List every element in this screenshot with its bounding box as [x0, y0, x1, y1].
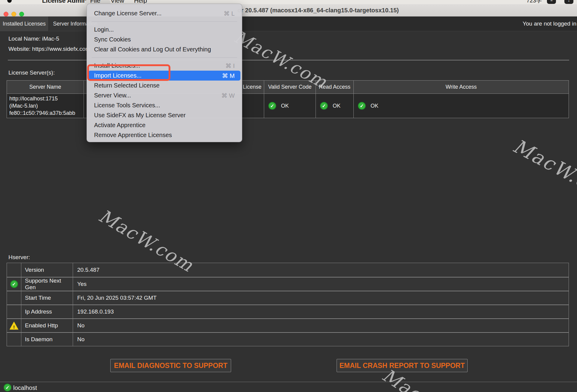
menu-item-shortcut: ⌘ M — [222, 72, 235, 79]
menu-item-label: Server View... — [94, 92, 131, 99]
col-valid-server-code: Valid Server Code — [264, 81, 316, 93]
apple-menu-icon[interactable] — [7, 0, 12, 3]
read-access-value: OK — [333, 103, 340, 109]
menu-item-server-view[interactable]: Server View... ⌘ W — [88, 90, 240, 100]
menu-item-shortcut: ⌘ I — [225, 62, 235, 69]
license-servers-label: License Server(s): — [8, 69, 55, 76]
write-access-cell: ✓ OK — [354, 94, 569, 118]
warning-icon: ! — [10, 322, 19, 330]
menu-item-label: Remove Apprentice Licenses — [94, 132, 172, 139]
download-icon[interactable]: ↓ — [564, 0, 573, 4]
menu-item-use-sidefx-as-my-license-server[interactable]: Use SideFX as My License Server — [88, 110, 240, 120]
menu-item-change-license-server[interactable]: Change License Server... ⌘ L — [88, 8, 240, 18]
menu-item-label: Install Licenses... — [94, 62, 140, 69]
menu-item-label: Return Selected License — [94, 82, 160, 89]
server-name-cell: http://localhost:1715 (iMac-5.lan) fe80:… — [7, 94, 84, 118]
col-write-access: Write Access — [354, 81, 569, 93]
menu-item-return-selected-license[interactable]: Return Selected License — [88, 81, 240, 90]
server-ipv6: fe80::1c50:7946:a37b:5abb — [9, 109, 84, 117]
menu-separator — [87, 18, 242, 25]
hserver-row[interactable]: Is Daemon No — [7, 332, 569, 346]
macos-menu-bar: License Administrator File View Help 723… — [0, 0, 577, 4]
minimize-window-button[interactable] — [11, 12, 16, 17]
hserver-row-icon: ✓ — [7, 277, 21, 291]
statusbar-host: localhost — [13, 384, 37, 391]
menu-item-label: Activate Apprentice — [94, 122, 145, 129]
connection-ok-icon: ✓ — [4, 384, 11, 391]
hserver-row[interactable]: Ip Address 192.168.0.193 — [7, 305, 569, 318]
hserver-row-value: 20.5.487 — [73, 263, 569, 277]
zoom-window-button[interactable] — [19, 12, 24, 17]
col-server-name: Server Name — [7, 81, 84, 93]
hserver-row-icon: ! — [7, 319, 21, 332]
email-crash-report-button[interactable]: EMAIL CRASH REPORT TO SUPPORT — [337, 359, 468, 372]
menu-item-shortcut: ⌘ L — [224, 10, 235, 17]
hserver-row-icon — [7, 333, 21, 346]
hserver-row-key: Enabled Http — [21, 319, 73, 332]
menu-item-install-licenses[interactable]: Install Licenses... ⌘ I — [88, 61, 240, 71]
menu-item-label: Use SideFX as My License Server — [94, 112, 186, 119]
menu-item-license-tools-services[interactable]: License Tools Services... — [88, 100, 240, 110]
write-access-value: OK — [371, 103, 378, 109]
website-text: Website: https://www.sidefx.com — [8, 46, 90, 52]
menu-item-clear-all-cookies-and-log-out-of-everything[interactable]: Clear all Cookies and Log Out of Everyth… — [88, 44, 240, 54]
menu-item-remove-apprentice-licenses[interactable]: Remove Apprentice Licenses — [88, 130, 240, 140]
hserver-row-value: No — [73, 319, 569, 332]
col-read-access: Read Access — [316, 81, 354, 93]
input-method-icon[interactable]: ✳ — [547, 0, 556, 4]
file-menu: Change License Server... ⌘ L Login... Sy… — [87, 4, 242, 142]
hserver-row-icon — [7, 305, 21, 318]
hserver-row[interactable]: ✓ Supports Next Gen Yes — [7, 277, 569, 291]
check-icon: ✓ — [320, 102, 328, 110]
hserver-row-key: Ip Address — [21, 305, 73, 318]
hserver-row[interactable]: Start Time Fri, 20 Jun 2025 03:57:42 GMT — [7, 291, 569, 305]
hserver-row-value: Fri, 20 Jun 2025 03:57:42 GMT — [73, 291, 569, 305]
menu-item-label: Change License Server... — [94, 10, 162, 17]
hserver-row-icon — [7, 263, 21, 277]
valid-server-code-value: OK — [281, 103, 289, 109]
hserver-row-key: Supports Next Gen — [21, 277, 73, 291]
menubar-char-count: 723字 — [527, 0, 542, 4]
menu-item-activate-apprentice[interactable]: Activate Apprentice — [88, 120, 240, 130]
menu-item-import-licenses[interactable]: Import Licenses... ⌘ M — [88, 71, 240, 81]
menu-item-label: Clear all Cookies and Log Out of Everyth… — [94, 46, 211, 53]
window-title: or 20.5.487 (macosx14-x86_64-clang15.0-t… — [237, 4, 399, 17]
email-diagnostic-button[interactable]: EMAIL DIAGNOSTIC TO SUPPORT — [110, 359, 231, 372]
hserver-table: Version 20.5.487 ✓ Supports Next Gen Yes… — [7, 263, 569, 346]
hserver-row[interactable]: ! Enabled Http No — [7, 318, 569, 332]
hserver-row-icon — [7, 291, 21, 305]
hserver-label: Hserver: — [8, 254, 30, 261]
read-access-cell: ✓ OK — [316, 94, 354, 118]
local-name-text: Local Name: iMac-5 — [8, 35, 59, 42]
hserver-row-key: Start Time — [21, 291, 73, 305]
valid-server-code-cell: ✓ OK — [264, 94, 316, 118]
hserver-row[interactable]: Version 20.5.487 — [7, 263, 569, 277]
menu-item-login[interactable]: Login... — [88, 25, 240, 35]
close-window-button[interactable] — [4, 12, 8, 17]
server-hostname: (iMac-5.lan) — [9, 102, 84, 109]
menu-item-shortcut: ⌘ W — [221, 92, 235, 99]
check-icon: ✓ — [358, 102, 366, 110]
hserver-row-key: Version — [21, 263, 73, 277]
hserver-row-value: No — [73, 333, 569, 346]
tab-installed-licenses[interactable]: Installed Licenses — [0, 17, 48, 31]
watermark: MacW.co — [509, 135, 577, 199]
menu-item-label: Import Licenses... — [94, 72, 142, 79]
hserver-row-key: Is Daemon — [21, 333, 73, 346]
hserver-row-value: 192.168.0.193 — [73, 305, 569, 318]
menu-separator — [87, 54, 242, 61]
menu-item-label: Login... — [94, 26, 114, 33]
login-status-text: You are not logged in — [523, 17, 576, 31]
server-url: http://localhost:1715 — [9, 95, 84, 102]
menu-item-sync-cookies[interactable]: Sync Cookies — [88, 35, 240, 44]
check-icon: ✓ — [10, 280, 18, 288]
check-icon: ✓ — [268, 102, 276, 110]
hserver-row-value: Yes — [73, 277, 569, 291]
menu-item-label: Sync Cookies — [94, 36, 131, 43]
menu-item-label: License Tools Services... — [94, 102, 160, 109]
statusbar-divider — [0, 382, 577, 382]
